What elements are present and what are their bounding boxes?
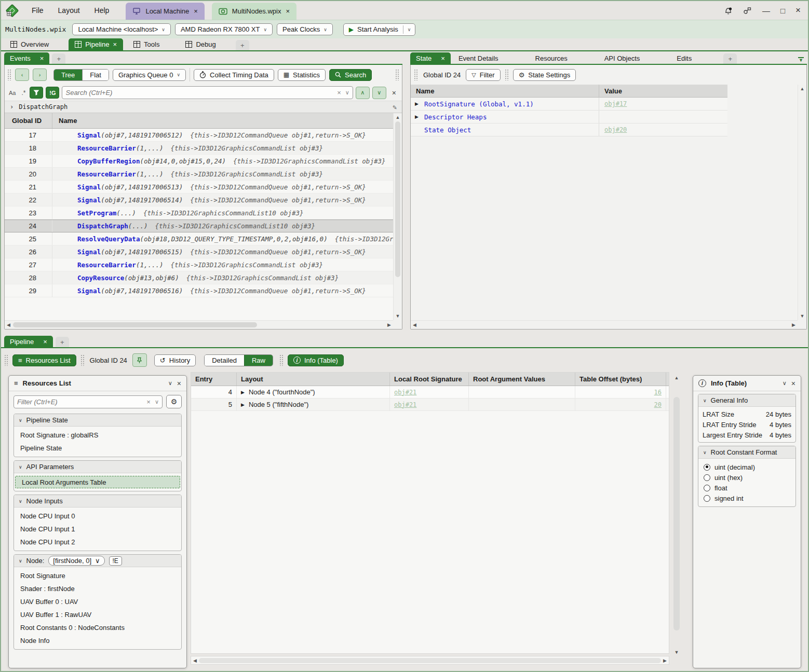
scroll-thumb[interactable] <box>199 658 661 663</box>
statistics-button[interactable]: ▦ Statistics <box>278 69 326 81</box>
resources-list-button[interactable]: ≡ Resources List <box>12 354 76 366</box>
section-header[interactable]: ∨Node Inputs <box>14 495 181 508</box>
event-row[interactable]: 28CopyResource(obj#13,obj#6){this->ID3D1… <box>5 271 393 284</box>
event-row[interactable]: 19CopyBufferRegion(obj#14,0,obj#15,0,24)… <box>5 155 393 168</box>
find-previous-button[interactable]: ∧ <box>356 87 370 99</box>
scroll-thumb[interactable] <box>395 121 400 277</box>
pin-button[interactable] <box>132 353 147 367</box>
event-row[interactable]: 25ResolveQueryData(obj#18,D3D12_QUERY_TY… <box>5 232 393 245</box>
menu-file[interactable]: File <box>24 1 51 20</box>
detailed-toggle[interactable]: Detailed <box>205 355 244 366</box>
resource-item-node-cpu-input-0[interactable]: Node CPU Input 0 <box>14 510 181 523</box>
notifications-icon[interactable] <box>724 6 733 15</box>
event-row[interactable]: 22Signal(obj#7,1481917006514){this->ID3D… <box>5 194 393 207</box>
state-row[interactable]: ▶Descriptor Heaps <box>411 111 727 124</box>
chevron-down-icon[interactable]: ∨ <box>345 89 349 96</box>
search-input[interactable] <box>65 89 333 97</box>
close-icon[interactable]: × <box>113 41 117 48</box>
event-row[interactable]: 29Signal(obj#7,1481917006516){this->ID3D… <box>5 284 393 297</box>
add-tab-button[interactable]: + <box>56 337 69 347</box>
collapse-icon[interactable]: ∨ <box>168 380 172 387</box>
object-link[interactable]: obj#20 <box>604 126 627 133</box>
object-link[interactable]: obj#21 <box>394 401 416 408</box>
scroll-down-icon[interactable]: ▼ <box>798 313 806 319</box>
section-header[interactable]: ∨ Root Constant Format <box>698 446 795 459</box>
state-tab-event-details[interactable]: Event Details <box>453 52 504 64</box>
section-header[interactable]: ∨ General Info <box>698 394 795 407</box>
filter-settings-button[interactable]: ⚙ <box>166 395 182 408</box>
state-row[interactable]: ▶RootSignature (Global, v1.1)obj#17 <box>411 98 727 111</box>
section-header[interactable]: ∨Node:[firstNode, 0]∨!E <box>14 555 181 567</box>
gpu-select[interactable]: AMD Radeon RX 7800 XT ∨ <box>175 23 273 35</box>
radio-icon[interactable] <box>704 474 710 481</box>
scroll-left-icon[interactable]: ◀ <box>7 322 10 327</box>
radio-icon[interactable] <box>704 464 710 471</box>
main-tab-overview[interactable]: Overview <box>4 38 55 50</box>
pipeline-view-tab[interactable]: Pipeline × <box>4 336 53 347</box>
event-row[interactable]: 24DispatchGraph(...){this->ID3D12Graphic… <box>5 220 393 232</box>
add-tab-button[interactable]: + <box>52 53 65 64</box>
close-icon[interactable]: × <box>194 8 198 15</box>
resource-item-root-constants-0-nodeconstants[interactable]: Root Constants 0 : NodeConstants <box>14 621 181 634</box>
events-vertical-scrollbar[interactable]: ▲ ▼ <box>393 113 402 320</box>
pipeline-horizontal-scrollbar[interactable]: ◀ ▶ <box>191 656 669 665</box>
start-analysis-button[interactable]: ▶ Start Analysis ∨ <box>343 23 416 36</box>
drag-handle[interactable] <box>395 69 399 80</box>
filter-toggle-button[interactable] <box>30 87 43 99</box>
state-settings-button[interactable]: ⚙ State Settings <box>513 69 576 81</box>
resource-item-node-cpu-input-1[interactable]: Node CPU Input 1 <box>14 523 181 536</box>
close-icon[interactable]: × <box>177 379 181 388</box>
event-breadcrumb[interactable]: › DispatchGraph ✎ <box>5 101 402 113</box>
state-filter-button[interactable]: ▽ Filter <box>466 69 500 81</box>
resource-item-root-signature[interactable]: Root Signature <box>14 569 181 582</box>
close-search-button[interactable]: × <box>389 89 399 97</box>
clear-icon[interactable]: × <box>146 398 151 406</box>
radio-option-uint-hex[interactable]: uint (hex) <box>698 472 795 483</box>
offset-link[interactable]: 16 <box>654 389 662 396</box>
menu-layout[interactable]: Layout <box>51 1 87 20</box>
machine-tab[interactable]: Local Machine × <box>126 3 204 20</box>
nav-forward-button[interactable]: › <box>33 68 47 81</box>
scroll-down-icon[interactable]: ▼ <box>394 313 402 319</box>
radio-icon[interactable] <box>704 495 710 502</box>
start-analysis-dropdown[interactable]: ∨ <box>403 25 415 34</box>
drag-handle[interactable] <box>505 69 509 80</box>
expand-icon[interactable]: ▶ <box>241 390 245 395</box>
scroll-left-icon[interactable]: ◀ <box>413 322 416 327</box>
state-tab-resources[interactable]: Resources <box>530 52 573 64</box>
state-tab-state[interactable]: State× <box>410 52 451 64</box>
collect-timing-button[interactable]: Collect Timing Data <box>194 69 274 81</box>
not-executed-filter-button[interactable]: !E <box>109 556 122 566</box>
event-row[interactable]: 21Signal(obj#7,1481917006513){this->ID3D… <box>5 181 393 194</box>
drag-handle[interactable] <box>279 354 284 366</box>
close-icon[interactable]: × <box>43 338 47 345</box>
scroll-left-icon[interactable]: ◀ <box>193 658 197 663</box>
resource-item-node-cpu-input-2[interactable]: Node CPU Input 2 <box>14 536 181 548</box>
close-icon[interactable]: × <box>441 55 445 62</box>
node-select[interactable]: [firstNode, 0]∨ <box>48 556 104 566</box>
search-button[interactable]: Search <box>329 69 372 81</box>
collapse-panel-icon[interactable]: ▼ <box>798 57 804 62</box>
object-link[interactable]: obj#17 <box>604 100 627 107</box>
maximize-button[interactable]: □ <box>780 6 785 15</box>
radio-option-uint-decimal[interactable]: uint (decimal) <box>698 462 795 472</box>
scroll-right-icon[interactable]: ▶ <box>792 322 795 327</box>
raw-toggle[interactable]: Raw <box>244 355 273 366</box>
resource-item-uav-buffer-0-uav[interactable]: UAV Buffer 0 : UAV <box>14 595 181 608</box>
clocks-select[interactable]: Peak Clocks ∨ <box>277 23 333 35</box>
state-vertical-scrollbar[interactable]: ▲ ▼ <box>798 85 806 320</box>
drag-handle[interactable] <box>4 354 8 366</box>
offset-link[interactable]: 20 <box>654 401 662 408</box>
event-row[interactable]: 20ResourceBarrier(1,...){this->ID3D12Gra… <box>5 168 393 181</box>
resource-item-pipeline-state[interactable]: Pipeline State <box>14 442 181 455</box>
edit-icon[interactable]: ✎ <box>393 103 397 111</box>
tree-toggle[interactable]: Tree <box>54 70 82 80</box>
radio-option-signed-int[interactable]: signed int <box>698 493 795 503</box>
add-tab-button[interactable]: + <box>723 53 737 64</box>
main-tab-tools[interactable]: Tools <box>127 38 166 50</box>
clear-icon[interactable]: × <box>337 89 341 97</box>
find-next-button[interactable]: ∨ <box>372 87 386 99</box>
event-row[interactable]: 26Signal(obj#7,1481917006515){this->ID3D… <box>5 245 393 258</box>
scroll-right-icon[interactable]: ▶ <box>387 322 391 327</box>
object-link[interactable]: obj#21 <box>394 389 416 396</box>
